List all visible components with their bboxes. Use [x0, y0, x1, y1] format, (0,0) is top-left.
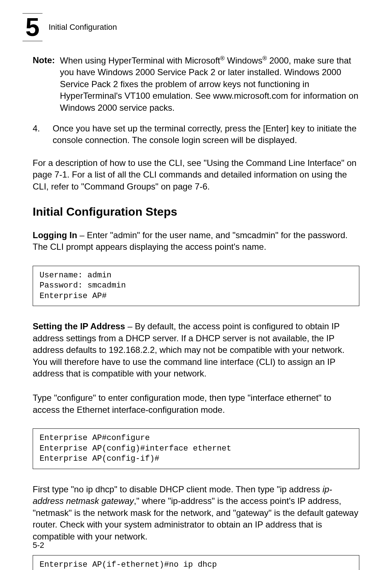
chapter-title: Initial Configuration — [49, 23, 117, 32]
section-heading: Initial Configuration Steps — [33, 205, 359, 219]
note-block: Note: When using HyperTerminal with Micr… — [33, 54, 359, 114]
cli-reference-paragraph: For a description of how to use the CLI,… — [33, 157, 359, 192]
note-label: Note: — [33, 54, 60, 114]
registered-mark-icon: ® — [220, 55, 224, 62]
code-block-login: Username: admin Password: smcadmin Enter… — [33, 266, 359, 306]
code-block-ip-address: Enterprise AP(if-ethernet)#no ip dhcp En… — [33, 555, 359, 570]
page-header: 5 Initial Configuration — [25, 15, 359, 40]
note-text: When using HyperTerminal with Microsoft®… — [60, 54, 359, 114]
logging-in-text: – Enter "admin" for the user name, and "… — [33, 230, 348, 252]
logging-in-lead: Logging In — [33, 230, 77, 240]
first-type-paragraph: First type "no ip dhcp" to disable DHCP … — [33, 484, 359, 542]
note-text-part2: Windows — [225, 56, 262, 65]
setting-ip-lead: Setting the IP Address — [33, 321, 125, 331]
type-configure-paragraph: Type "configure" to enter configuration … — [33, 392, 359, 416]
first-type-part1: First type "no ip dhcp" to disable DHCP … — [33, 484, 322, 494]
step-number: 4. — [33, 123, 53, 146]
page-number: 5-2 — [33, 541, 44, 550]
step-4: 4. Once you have set up the terminal cor… — [33, 123, 359, 146]
note-text-part1: When using HyperTerminal with Microsoft — [60, 56, 220, 65]
setting-ip-paragraph: Setting the IP Address – By default, the… — [33, 321, 359, 379]
logging-in-paragraph: Logging In – Enter "admin" for the user … — [33, 229, 359, 253]
step-text: Once you have set up the terminal correc… — [53, 123, 359, 146]
registered-mark-icon: ® — [262, 55, 267, 62]
code-block-configure: Enterprise AP#configure Enterprise AP(co… — [33, 428, 359, 469]
chapter-number: 5 — [25, 15, 40, 40]
